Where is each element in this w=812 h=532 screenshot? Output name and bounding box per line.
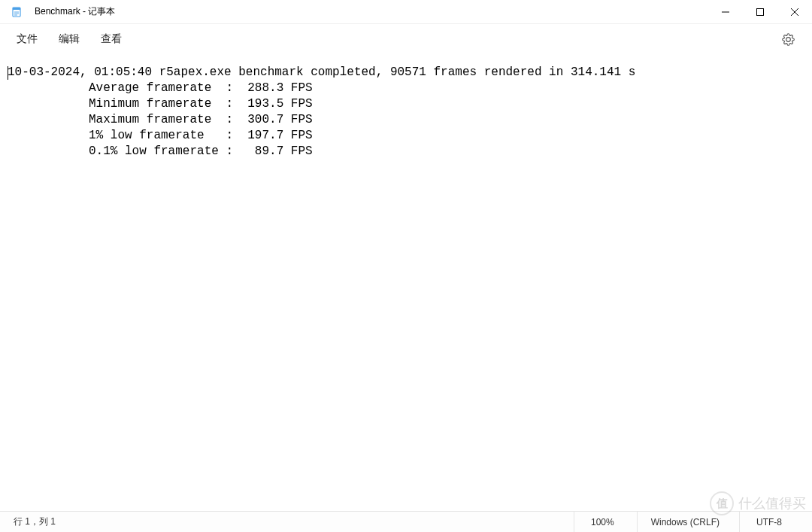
close-button[interactable] — [777, 0, 812, 24]
svg-rect-1 — [13, 8, 20, 10]
gear-icon — [782, 33, 795, 46]
notepad-icon — [11, 6, 23, 18]
content-line: Maximum framerate : 300.7 FPS — [8, 112, 804, 128]
content-line: 0.1% low framerate : 89.7 FPS — [8, 144, 804, 160]
minimize-button[interactable] — [708, 0, 743, 24]
text-editor-area[interactable]: 10-03-2024, 01:05:40 r5apex.exe benchmar… — [0, 54, 812, 511]
content-line: Minimum framerate : 193.5 FPS — [8, 96, 804, 112]
svg-rect-6 — [757, 8, 764, 15]
window-controls — [708, 0, 812, 24]
content-line: 1% low framerate : 197.7 FPS — [8, 128, 804, 144]
settings-button[interactable] — [774, 26, 801, 53]
menu-file[interactable]: 文件 — [6, 28, 48, 50]
titlebar: Benchmark - 记事本 — [0, 0, 812, 24]
content-line: 10-03-2024, 01:05:40 r5apex.exe benchmar… — [8, 65, 635, 79]
status-encoding: UTF-8 — [739, 512, 812, 532]
menu-edit[interactable]: 编辑 — [48, 28, 90, 50]
status-zoom[interactable]: 100% — [574, 512, 637, 532]
window-title: Benchmark - 记事本 — [35, 5, 115, 18]
maximize-button[interactable] — [743, 0, 777, 24]
content-line: Average framerate : 288.3 FPS — [8, 81, 804, 96]
menubar: 文件 编辑 查看 — [0, 24, 812, 54]
menu-view[interactable]: 查看 — [90, 28, 132, 50]
status-eol: Windows (CRLF) — [637, 512, 739, 532]
statusbar: 行 1，列 1 100% Windows (CRLF) UTF-8 — [0, 511, 812, 532]
status-position: 行 1，列 1 — [0, 515, 56, 528]
